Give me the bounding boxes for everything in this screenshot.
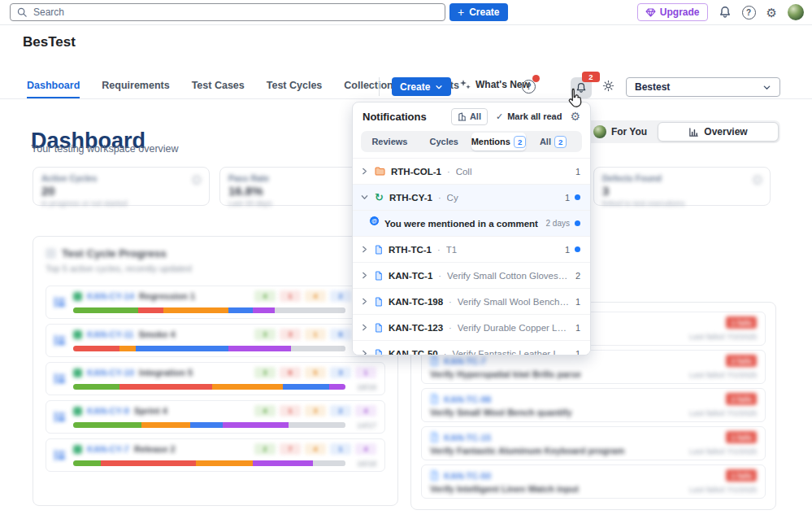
notif-tab-reviews[interactable]: Reviews	[363, 133, 417, 150]
for-you-toggle[interactable]: For You	[583, 125, 658, 138]
notification-count: 1	[575, 323, 580, 333]
cycle-row[interactable]: KAN-CY-11 Smoke 4 33164 15/18	[46, 324, 385, 357]
cycle-status-icon	[73, 445, 82, 454]
cycle-row[interactable]: KAN-CY-10 Integration 5 36531 19/19	[46, 362, 385, 395]
test-case-icon	[375, 297, 383, 307]
cycle-stat-chips: 41324	[254, 405, 376, 416]
at-mention-badge: @	[369, 216, 380, 226]
tab-dashboard[interactable]: Dashboard	[27, 75, 80, 98]
gem-icon	[645, 8, 656, 17]
notif-tab-all[interactable]: All 2	[526, 133, 580, 150]
sparkle-icon	[459, 79, 471, 90]
cycle-stat-chips: 27414	[254, 443, 376, 455]
overview-label: Overview	[704, 126, 747, 137]
notification-settings-icon[interactable]: ⚙	[570, 111, 580, 122]
notification-count: 1	[565, 193, 570, 203]
for-you-avatar	[593, 125, 606, 138]
theme-sun-icon[interactable]	[602, 80, 614, 92]
stat-card[interactable]: Active Cycles 20 in progress or not star…	[33, 167, 210, 206]
test-case-icon	[430, 355, 439, 366]
chevron-right-icon[interactable]	[361, 272, 369, 279]
notification-row[interactable]: RTH-TC-1 · T1 1	[353, 237, 590, 263]
mark-all-read-label: Mark all read	[507, 111, 562, 121]
test-case-key-link[interactable]: KAN-TC-15	[444, 433, 491, 443]
bell-icon	[575, 81, 587, 94]
project-selector[interactable]: Bestest	[626, 77, 780, 97]
failure-row[interactable]: KAN-TC-50 1 fails Verify Intelligent Lin…	[421, 464, 766, 499]
cycle-progress-bar	[73, 307, 345, 313]
notification-row[interactable]: KAN-TC-1 · Verify Small Cotton Gloves qu…	[353, 263, 590, 289]
cycle-key-link[interactable]: KAN-CY-14	[87, 291, 134, 301]
collection-icon	[375, 167, 385, 176]
chevron-right-icon[interactable]	[361, 298, 369, 305]
overview-toggle[interactable]: Overview	[658, 122, 779, 142]
user-avatar[interactable]	[788, 4, 804, 20]
nav-create-button[interactable]: Create	[392, 77, 451, 96]
search-box[interactable]	[10, 3, 445, 21]
cycle-row[interactable]: KAN-CY-9 Sprint 4 41324 14/17	[46, 400, 385, 434]
failure-row[interactable]: KAN-TC-15 1 fails Verify Fantastic Alumi…	[421, 426, 766, 460]
failure-row[interactable]: KAN-TC-98 2 fails Verify Small Wool Benc…	[421, 388, 766, 422]
test-case-key-link[interactable]: KAN-TC-98	[444, 395, 491, 404]
notification-row[interactable]: KAN-TC-198 · Verify Small Wool Bench qua…	[353, 289, 590, 315]
test-case-key-link[interactable]: KAN-TC-7	[444, 356, 486, 366]
create-button[interactable]: + Create	[449, 3, 508, 21]
tab-test-cases[interactable]: Test Cases	[192, 75, 245, 98]
whats-new-button[interactable]: What's New	[459, 79, 530, 90]
stat-note: in progress or not started	[41, 198, 201, 207]
help-icon[interactable]: ?	[742, 6, 756, 20]
cycle-row[interactable]: KAN-CY-14 Regression 1 41421 13/18	[46, 286, 385, 319]
notification-row[interactable]: ↻ RTH-CY-1 · Cy 1	[353, 185, 590, 211]
chevron-right-icon[interactable]	[361, 246, 369, 253]
notifications-panel: Notifications All ✓ Mark all read ⚙ Revi…	[352, 102, 591, 355]
bell-icon[interactable]	[719, 6, 732, 19]
settings-gear-icon[interactable]: ⚙	[766, 7, 777, 19]
cycle-icon	[53, 295, 67, 309]
notification-row[interactable]: KAN-TC-123 · Verify Durable Copper Lamp …	[353, 315, 590, 341]
stat-card[interactable]: Defects Found 3 linked to test execution…	[593, 167, 771, 206]
notification-count: 1	[575, 297, 580, 307]
cycle-fraction: 14/17	[352, 421, 376, 430]
unread-dot	[575, 194, 580, 200]
all-count-chip: 2	[554, 136, 567, 148]
search-input[interactable]	[32, 6, 438, 19]
fail-count-badge: 2 fails	[726, 393, 757, 405]
stat-note: linked to test executions	[602, 198, 762, 207]
tab-collections[interactable]: Collections	[344, 75, 398, 98]
notif-tab-mentions[interactable]: Mentions 2	[471, 133, 527, 150]
notification-count: 1	[575, 349, 580, 356]
test-case-key-link[interactable]: KAN-TC-50	[444, 471, 491, 481]
test-case-title: Verify Fantastic Aluminum Keyboard progr…	[430, 446, 624, 456]
cycle-name: Integration 5	[139, 368, 193, 377]
chevron-right-icon[interactable]	[361, 168, 369, 175]
last-failed-date: Last failed 7/1/2025	[689, 485, 757, 494]
cycle-row[interactable]: KAN-CY-7 Release 2 27414 16/18	[46, 438, 385, 472]
cycle-key-link[interactable]: KAN-CY-11	[87, 329, 133, 339]
notification-row[interactable]: KAN-TC-50 · Verify Fantastic Leather Lam…	[353, 341, 590, 355]
upgrade-button[interactable]: Upgrade	[637, 3, 708, 21]
view-toggle: For You Overview	[581, 120, 780, 143]
tab-requirements[interactable]: Requirements	[102, 75, 169, 98]
cycle-key-link[interactable]: KAN-CY-10	[87, 368, 134, 377]
test-case-title: Verify Intelligent Linen Watch input	[430, 484, 579, 494]
cycle-key-link[interactable]: KAN-CY-9	[87, 406, 129, 416]
last-failed-date: Last failed 7/1/2025	[689, 447, 757, 456]
create-button-label: Create	[469, 7, 499, 18]
mark-all-read-button[interactable]: ✓ Mark all read	[496, 111, 562, 122]
cycle-key-link[interactable]: KAN-CY-7	[87, 444, 129, 454]
scope-label: All	[470, 111, 481, 121]
chevron-right-icon[interactable]	[361, 350, 369, 355]
cycle-fraction: 19/19	[352, 382, 376, 391]
mention-notification[interactable]: @ You were mentioned in a comment 2 days	[353, 211, 590, 237]
cycle-progress-bar	[73, 460, 345, 466]
notifications-scope-button[interactable]: All	[451, 108, 488, 125]
notif-tab-cycles[interactable]: Cycles	[417, 133, 471, 150]
chevron-down-icon[interactable]	[361, 194, 369, 201]
chevron-right-icon[interactable]	[361, 324, 369, 331]
fail-count-badge: 2 fails	[726, 355, 757, 367]
cycle-rows: KAN-CY-14 Regression 1 41421 13/18 KAN-C…	[46, 286, 385, 472]
notification-row[interactable]: RTH-COL-1 · Coll 1	[353, 159, 590, 185]
nav-help-icon[interactable]: ?	[522, 80, 536, 94]
stat-title: Active Cycles	[41, 173, 201, 183]
tab-test-cycles[interactable]: Test Cycles	[267, 75, 323, 98]
